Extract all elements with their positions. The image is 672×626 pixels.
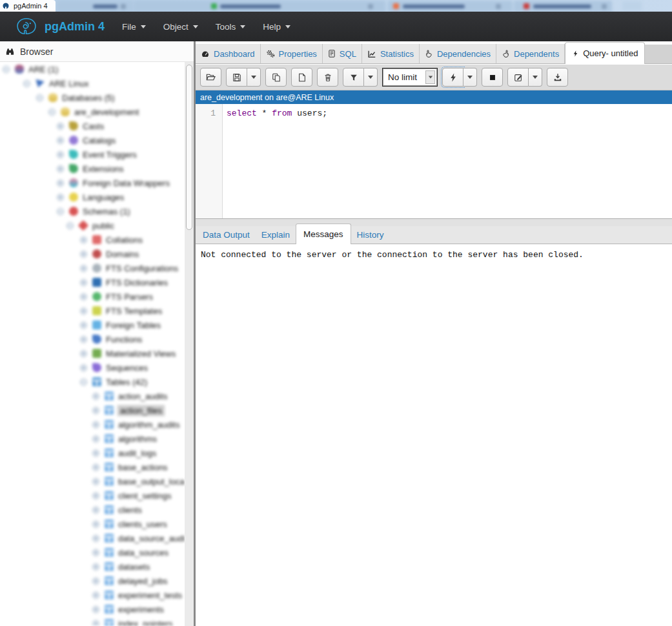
edit-button-dropdown[interactable] bbox=[529, 68, 542, 87]
output-tab-messages[interactable]: Messages bbox=[296, 224, 351, 244]
tab-statistics[interactable]: Statistics bbox=[362, 44, 420, 63]
expand-icon[interactable]: + bbox=[80, 236, 87, 244]
tab-dependencies[interactable]: Dependencies bbox=[420, 44, 496, 63]
expand-icon[interactable]: + bbox=[92, 578, 99, 585]
tree-item-data-source-audi[interactable]: +data_source_audi bbox=[0, 531, 185, 545]
tab-close-icon[interactable] bbox=[368, 4, 373, 9]
expand-icon[interactable]: + bbox=[80, 350, 87, 357]
expand-icon[interactable]: + bbox=[92, 478, 99, 485]
tree-item-schemas-1-[interactable]: −Schemas (1) bbox=[0, 204, 185, 218]
tree-item-catalogs[interactable]: +Catalogs bbox=[0, 133, 185, 147]
tree-item-extensions[interactable]: +Extensions bbox=[0, 162, 185, 176]
output-tab-history[interactable]: History bbox=[351, 225, 390, 244]
expand-icon[interactable]: + bbox=[92, 450, 99, 457]
expand-icon[interactable]: + bbox=[80, 364, 87, 371]
expand-icon[interactable]: + bbox=[80, 293, 87, 300]
execute-button-dropdown[interactable] bbox=[463, 68, 477, 87]
save-button-dropdown[interactable] bbox=[247, 68, 261, 87]
filter-button-dropdown[interactable] bbox=[364, 68, 378, 87]
tab-sql[interactable]: SQL bbox=[323, 44, 362, 63]
expand-icon[interactable]: + bbox=[92, 549, 99, 556]
tree-item-are-linux[interactable]: −ARE Linux bbox=[0, 76, 185, 90]
paste-button[interactable] bbox=[291, 68, 312, 87]
tree-item-clients[interactable]: +clients bbox=[0, 503, 185, 517]
tab-dependents[interactable]: Dependents bbox=[496, 44, 565, 63]
expand-icon[interactable]: + bbox=[92, 563, 99, 570]
expand-icon[interactable]: + bbox=[57, 151, 64, 158]
tree-item-are-1-[interactable]: −ARE (1) bbox=[0, 62, 185, 76]
browser-tab-pgadmin[interactable]: pgAdmin 4 bbox=[0, 0, 56, 12]
menu-help[interactable]: Help bbox=[263, 22, 290, 32]
tree-item-casts[interactable]: +Casts bbox=[0, 119, 185, 133]
collapse-icon[interactable]: − bbox=[66, 222, 74, 229]
collapse-icon[interactable]: − bbox=[57, 208, 64, 215]
tree-item-functions[interactable]: +Functions bbox=[0, 332, 185, 346]
expand-icon[interactable]: + bbox=[92, 435, 99, 443]
expand-icon[interactable]: + bbox=[80, 265, 87, 272]
collapse-icon[interactable]: − bbox=[23, 80, 30, 87]
tree-item-fts-configurations[interactable]: +FTS Configurations bbox=[0, 261, 185, 275]
tree-item-datasets[interactable]: +datasets bbox=[0, 559, 185, 574]
stop-button[interactable] bbox=[482, 68, 503, 87]
tree-item-collations[interactable]: +Collations bbox=[0, 233, 185, 247]
tree-item-fts-templates[interactable]: +FTS Templates bbox=[0, 304, 185, 318]
collapse-icon[interactable]: − bbox=[36, 94, 43, 101]
expand-icon[interactable]: + bbox=[57, 123, 64, 130]
expand-icon[interactable]: + bbox=[92, 407, 99, 414]
expand-icon[interactable]: + bbox=[57, 165, 64, 172]
open-file-button[interactable] bbox=[200, 68, 221, 87]
expand-icon[interactable]: + bbox=[92, 393, 99, 400]
tree-item-algorithms[interactable]: +algorithms bbox=[0, 432, 185, 446]
tree-item-data-sources[interactable]: +data_sources bbox=[0, 545, 185, 559]
tree-item-foreign-data-wrappers[interactable]: +Foreign Data Wrappers bbox=[0, 176, 185, 190]
tree-item-delayed-jobs[interactable]: +delayed_jobs bbox=[0, 574, 185, 588]
browser-tab[interactable] bbox=[514, 1, 612, 12]
tab-close-icon[interactable] bbox=[496, 4, 501, 9]
expand-icon[interactable]: + bbox=[57, 194, 64, 201]
tree-item-tables-42-[interactable]: −Tables (42) bbox=[0, 375, 185, 389]
tree-item-domains[interactable]: +Domains bbox=[0, 247, 185, 261]
tree-item-audit-logs[interactable]: +audit_logs bbox=[0, 446, 185, 460]
row-limit-select[interactable]: No limit bbox=[382, 68, 438, 87]
expand-icon[interactable]: + bbox=[57, 137, 64, 144]
blurred-browser-tabs[interactable] bbox=[0, 0, 672, 12]
tree-item-databases-5-[interactable]: −Databases (5) bbox=[0, 90, 185, 105]
expand-icon[interactable]: + bbox=[92, 620, 99, 626]
browser-tab[interactable] bbox=[388, 1, 513, 12]
tree-item-index-pointers[interactable]: +index_pointers bbox=[0, 616, 185, 626]
tree-item-algorithm-audits[interactable]: +algorithm_audits bbox=[0, 417, 185, 432]
browser-tab[interactable] bbox=[134, 1, 385, 12]
delete-button[interactable] bbox=[317, 68, 338, 87]
expand-icon[interactable]: + bbox=[92, 464, 99, 471]
tree-scrollbar[interactable] bbox=[185, 62, 194, 626]
menu-tools[interactable]: Tools bbox=[216, 22, 246, 32]
copy-button[interactable] bbox=[265, 68, 287, 87]
output-tab-data-output[interactable]: Data Output bbox=[197, 225, 256, 244]
collapse-icon[interactable]: − bbox=[80, 379, 87, 386]
output-tab-explain[interactable]: Explain bbox=[256, 225, 296, 244]
browser-tab[interactable] bbox=[57, 1, 133, 12]
tab-close-icon[interactable] bbox=[121, 4, 126, 9]
tree-item-materialized-views[interactable]: +Materialized Views bbox=[0, 346, 185, 360]
tab-query-untitled[interactable]: Query- untitled bbox=[565, 42, 645, 64]
save-button[interactable] bbox=[226, 68, 247, 87]
expand-icon[interactable]: + bbox=[80, 279, 87, 286]
expand-icon[interactable]: + bbox=[92, 535, 99, 542]
tree-item-foreign-tables[interactable]: +Foreign Tables bbox=[0, 318, 185, 332]
sql-editor[interactable]: 1 select * from users; bbox=[196, 104, 672, 218]
tab-dashboard[interactable]: Dashboard bbox=[196, 44, 261, 63]
filter-button[interactable] bbox=[343, 68, 364, 87]
tree-item-base-actions[interactable]: +base_actions bbox=[0, 460, 185, 474]
expand-icon[interactable]: + bbox=[80, 251, 87, 258]
expand-icon[interactable]: + bbox=[80, 322, 87, 329]
expand-icon[interactable]: + bbox=[92, 506, 99, 514]
expand-icon[interactable]: + bbox=[80, 336, 87, 343]
expand-icon[interactable]: + bbox=[92, 492, 99, 499]
tree-item-fts-parsers[interactable]: +FTS Parsers bbox=[0, 289, 185, 304]
tab-close-icon[interactable] bbox=[602, 4, 607, 9]
download-button[interactable] bbox=[547, 68, 568, 87]
menu-object[interactable]: Object bbox=[163, 22, 198, 32]
execute-button[interactable] bbox=[442, 68, 463, 87]
tree-item-base-output-loca[interactable]: +base_output_loca bbox=[0, 474, 185, 488]
edit-button[interactable] bbox=[507, 68, 529, 87]
